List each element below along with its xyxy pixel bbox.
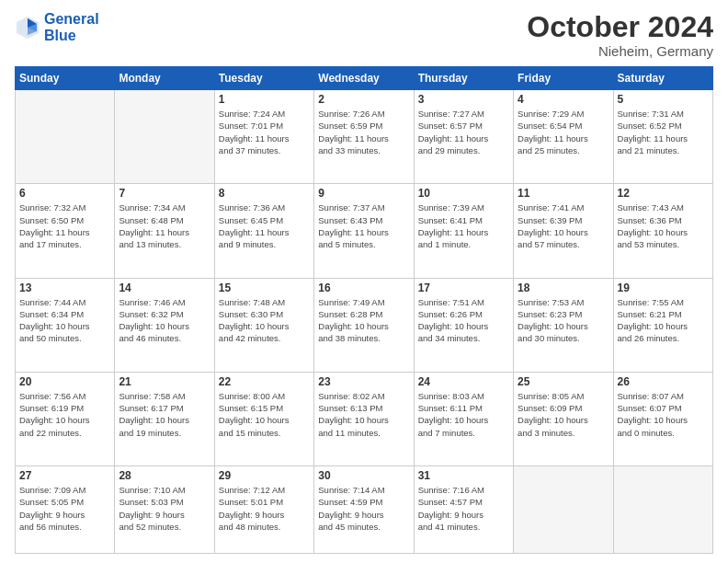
day-info: Sunrise: 7:53 AM Sunset: 6:23 PM Dayligh… [518,296,609,345]
day-info: Sunrise: 7:37 AM Sunset: 6:43 PM Dayligh… [318,201,409,250]
header-sunday: Sunday [16,67,115,90]
day-info: Sunrise: 7:39 AM Sunset: 6:41 PM Dayligh… [418,201,509,250]
day-number: 22 [219,375,310,388]
calendar-cell: 22Sunrise: 8:00 AM Sunset: 6:15 PM Dayli… [214,372,313,465]
calendar-cell: 9Sunrise: 7:37 AM Sunset: 6:43 PM Daylig… [314,184,414,278]
calendar-cell: 19Sunrise: 7:55 AM Sunset: 6:21 PM Dayli… [613,278,712,372]
day-info: Sunrise: 8:03 AM Sunset: 6:11 PM Dayligh… [418,390,509,439]
logo-text: General Blue [44,11,99,43]
location: Nieheim, Germany [527,43,713,59]
day-number: 1 [219,93,310,106]
day-info: Sunrise: 7:12 AM Sunset: 5:01 PM Dayligh… [219,484,310,533]
day-number: 29 [219,469,310,482]
day-info: Sunrise: 7:48 AM Sunset: 6:30 PM Dayligh… [219,296,310,345]
logo: General Blue [15,11,99,43]
day-info: Sunrise: 7:36 AM Sunset: 6:45 PM Dayligh… [219,201,310,250]
calendar-cell: 27Sunrise: 7:09 AM Sunset: 5:05 PM Dayli… [16,466,115,554]
day-number: 24 [418,375,509,388]
day-info: Sunrise: 7:58 AM Sunset: 6:17 PM Dayligh… [119,390,210,439]
day-number: 8 [219,187,310,200]
header-saturday: Saturday [613,67,712,90]
day-number: 30 [318,469,409,482]
calendar-cell: 21Sunrise: 7:58 AM Sunset: 6:17 PM Dayli… [115,372,214,465]
day-info: Sunrise: 8:07 AM Sunset: 6:07 PM Dayligh… [618,390,709,439]
calendar-cell [16,90,115,184]
day-info: Sunrise: 7:34 AM Sunset: 6:48 PM Dayligh… [119,201,210,250]
calendar-cell: 3Sunrise: 7:27 AM Sunset: 6:57 PM Daylig… [414,90,513,184]
day-number: 28 [119,469,210,482]
calendar-cell: 10Sunrise: 7:39 AM Sunset: 6:41 PM Dayli… [414,184,513,278]
calendar-week-0: 1Sunrise: 7:24 AM Sunset: 7:01 PM Daylig… [16,90,713,184]
calendar-cell [115,90,214,184]
day-info: Sunrise: 7:49 AM Sunset: 6:28 PM Dayligh… [318,296,409,345]
calendar-cell: 2Sunrise: 7:26 AM Sunset: 6:59 PM Daylig… [314,90,414,184]
day-info: Sunrise: 8:02 AM Sunset: 6:13 PM Dayligh… [318,390,409,439]
day-info: Sunrise: 7:14 AM Sunset: 4:59 PM Dayligh… [318,484,409,533]
calendar-cell: 5Sunrise: 7:31 AM Sunset: 6:52 PM Daylig… [613,90,712,184]
day-number: 9 [318,187,409,200]
day-info: Sunrise: 7:56 AM Sunset: 6:19 PM Dayligh… [19,390,110,439]
day-number: 25 [518,375,609,388]
day-number: 13 [19,282,110,294]
header-wednesday: Wednesday [314,67,414,90]
day-number: 15 [219,282,310,294]
calendar-cell: 1Sunrise: 7:24 AM Sunset: 7:01 PM Daylig… [214,90,313,184]
calendar-week-2: 13Sunrise: 7:44 AM Sunset: 6:34 PM Dayli… [16,278,713,372]
day-number: 31 [418,469,509,482]
month-title: October 2024 [527,11,713,43]
day-number: 4 [518,93,609,106]
header: General Blue October 2024 Nieheim, Germa… [15,11,713,59]
logo-icon [15,15,40,40]
day-number: 2 [318,93,409,106]
day-number: 19 [618,282,709,294]
calendar-week-3: 20Sunrise: 7:56 AM Sunset: 6:19 PM Dayli… [16,372,713,465]
calendar-cell: 24Sunrise: 8:03 AM Sunset: 6:11 PM Dayli… [414,372,513,465]
day-info: Sunrise: 7:16 AM Sunset: 4:57 PM Dayligh… [418,484,509,533]
day-number: 6 [19,187,110,200]
day-info: Sunrise: 7:31 AM Sunset: 6:52 PM Dayligh… [618,108,709,156]
day-number: 10 [418,187,509,200]
day-number: 7 [119,187,210,200]
day-info: Sunrise: 7:55 AM Sunset: 6:21 PM Dayligh… [618,296,709,345]
day-info: Sunrise: 7:10 AM Sunset: 5:03 PM Dayligh… [119,484,210,533]
day-number: 16 [318,282,409,294]
header-tuesday: Tuesday [214,67,313,90]
day-number: 14 [119,282,210,294]
calendar-cell [613,466,712,554]
day-number: 5 [618,93,709,106]
day-info: Sunrise: 7:29 AM Sunset: 6:54 PM Dayligh… [518,108,609,156]
day-info: Sunrise: 7:43 AM Sunset: 6:36 PM Dayligh… [618,201,709,250]
day-info: Sunrise: 7:46 AM Sunset: 6:32 PM Dayligh… [119,296,210,345]
day-number: 21 [119,375,210,388]
day-info: Sunrise: 7:26 AM Sunset: 6:59 PM Dayligh… [318,108,409,156]
calendar-cell: 28Sunrise: 7:10 AM Sunset: 5:03 PM Dayli… [115,466,214,554]
day-info: Sunrise: 8:05 AM Sunset: 6:09 PM Dayligh… [518,390,609,439]
day-info: Sunrise: 7:24 AM Sunset: 7:01 PM Dayligh… [219,108,310,156]
day-info: Sunrise: 7:27 AM Sunset: 6:57 PM Dayligh… [418,108,509,156]
day-info: Sunrise: 8:00 AM Sunset: 6:15 PM Dayligh… [219,390,310,439]
calendar-week-1: 6Sunrise: 7:32 AM Sunset: 6:50 PM Daylig… [16,184,713,278]
calendar-cell: 12Sunrise: 7:43 AM Sunset: 6:36 PM Dayli… [613,184,712,278]
calendar-header-row: Sunday Monday Tuesday Wednesday Thursday… [16,67,713,90]
calendar-cell: 14Sunrise: 7:46 AM Sunset: 6:32 PM Dayli… [115,278,214,372]
day-number: 23 [318,375,409,388]
header-monday: Monday [115,67,214,90]
header-friday: Friday [514,67,613,90]
day-number: 3 [418,93,509,106]
calendar-cell: 7Sunrise: 7:34 AM Sunset: 6:48 PM Daylig… [115,184,214,278]
day-number: 20 [19,375,110,388]
calendar-week-4: 27Sunrise: 7:09 AM Sunset: 5:05 PM Dayli… [16,466,713,554]
calendar-cell: 25Sunrise: 8:05 AM Sunset: 6:09 PM Dayli… [514,372,613,465]
day-number: 17 [418,282,509,294]
header-thursday: Thursday [414,67,513,90]
calendar-cell: 17Sunrise: 7:51 AM Sunset: 6:26 PM Dayli… [414,278,513,372]
day-number: 12 [618,187,709,200]
title-block: October 2024 Nieheim, Germany [527,11,713,59]
calendar-cell [514,466,613,554]
day-number: 11 [518,187,609,200]
day-number: 18 [518,282,609,294]
day-info: Sunrise: 7:51 AM Sunset: 6:26 PM Dayligh… [418,296,509,345]
calendar-cell: 20Sunrise: 7:56 AM Sunset: 6:19 PM Dayli… [16,372,115,465]
day-info: Sunrise: 7:09 AM Sunset: 5:05 PM Dayligh… [19,484,110,533]
calendar-cell: 6Sunrise: 7:32 AM Sunset: 6:50 PM Daylig… [16,184,115,278]
